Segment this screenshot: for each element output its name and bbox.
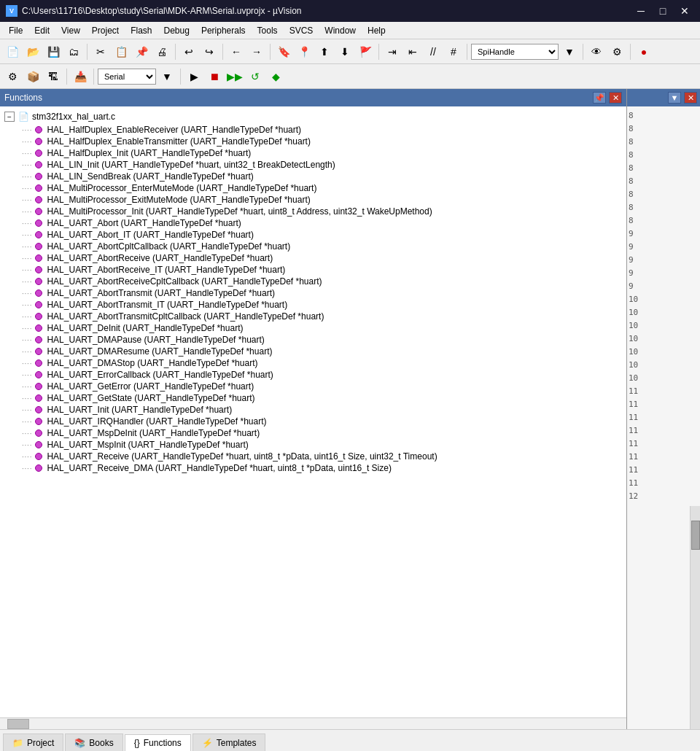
tree-item[interactable]: · · · ·HAL_UART_Receive_DMA (UART_Handle…: [0, 462, 626, 474]
collapse-icon[interactable]: −: [4, 112, 15, 122]
maximize-button[interactable]: □: [653, 4, 672, 18]
comment-button[interactable]: //: [424, 42, 443, 61]
serial-combo-down[interactable]: ▼: [158, 67, 176, 86]
redo-button[interactable]: ↪: [200, 42, 219, 61]
minimize-button[interactable]: ─: [631, 4, 650, 18]
view2-button[interactable]: ⚙: [607, 42, 626, 61]
cut-button[interactable]: ✂: [91, 42, 110, 61]
tree-item[interactable]: · · · ·HAL_MultiProcessor_EnterMuteMode …: [0, 182, 626, 194]
function-label: HAL_UART_AbortReceive_IT (UART_HandleTyp…: [47, 265, 285, 275]
tree-item[interactable]: · · · ·HAL_UART_DMAResume (UART_HandleTy…: [0, 346, 626, 357]
h-scroll-thumb[interactable]: [7, 719, 29, 729]
tree-item[interactable]: · · · ·HAL_HalfDuplex_Init (UART_HandleT…: [0, 147, 626, 159]
paste-button[interactable]: 📌: [132, 42, 151, 61]
panel-pin-button[interactable]: 📌: [593, 92, 606, 104]
tree-item[interactable]: · · · ·HAL_UART_Abort_IT (UART_HandleTyp…: [0, 229, 626, 241]
back-button[interactable]: ←: [227, 42, 246, 61]
build3-button[interactable]: 🏗: [44, 67, 63, 86]
bookmark5-button[interactable]: 🚩: [356, 42, 375, 61]
open-file-button[interactable]: 📂: [23, 42, 42, 61]
indent-button[interactable]: ⇥: [383, 42, 402, 61]
menu-item-file[interactable]: File: [3, 24, 28, 37]
right-panel-close[interactable]: ✕: [684, 92, 697, 104]
tree-item[interactable]: · · · ·HAL_UART_IRQHandler (UART_HandleT…: [0, 416, 626, 427]
tree-item[interactable]: · · · ·HAL_UART_ErrorCallback (UART_Hand…: [0, 369, 626, 381]
debug2-button[interactable]: ⏹: [205, 67, 224, 86]
tab-templates[interactable]: ⚡ Templates: [192, 734, 266, 751]
tree-item[interactable]: · · · ·HAL_UART_AbortTransmit_IT (UART_H…: [0, 299, 626, 311]
tree-item[interactable]: · · · ·HAL_UART_MspDeInit (UART_HandleTy…: [0, 427, 626, 439]
tab-functions[interactable]: {} Functions: [125, 734, 191, 751]
forward-button[interactable]: →: [247, 42, 266, 61]
tree-item[interactable]: · · · ·HAL_LIN_SendBreak (UART_HandleTyp…: [0, 171, 626, 182]
tree-item[interactable]: · · · ·HAL_HalfDuplex_EnableReceiver (UA…: [0, 124, 626, 136]
build1-button[interactable]: ⚙: [3, 67, 22, 86]
tree-area[interactable]: − 📄 stm32f1xx_hal_uart.c · · · ·HAL_Half…: [0, 106, 626, 717]
menu-item-help[interactable]: Help: [362, 24, 392, 37]
vertical-scrollbar[interactable]: [690, 506, 700, 729]
menu-item-debug[interactable]: Debug: [158, 24, 195, 37]
target-button[interactable]: ●: [634, 42, 653, 61]
menu-item-edit[interactable]: Edit: [28, 24, 55, 37]
tree-item[interactable]: · · · ·HAL_UART_AbortTransmitCpltCallbac…: [0, 311, 626, 322]
panel-close-button[interactable]: ✕: [609, 92, 622, 104]
tree-connector: · · · ·: [22, 243, 31, 251]
tree-item[interactable]: · · · ·HAL_UART_Receive (UART_HandleType…: [0, 451, 626, 462]
tree-item[interactable]: · · · ·HAL_UART_Abort (UART_HandleTypeDe…: [0, 217, 626, 229]
undo-button[interactable]: ↩: [179, 42, 198, 61]
tree-item[interactable]: · · · ·HAL_UART_AbortTransmit (UART_Hand…: [0, 287, 626, 299]
bookmark4-button[interactable]: ⬇: [335, 42, 354, 61]
save-button[interactable]: 💾: [44, 42, 63, 61]
tree-item[interactable]: · · · ·HAL_UART_Init (UART_HandleTypeDef…: [0, 404, 626, 416]
save-all-button[interactable]: 🗂: [64, 42, 83, 61]
menu-item-svcs[interactable]: SVCS: [284, 24, 319, 37]
tree-item[interactable]: · · · ·HAL_UART_DMAPause (UART_HandleTyp…: [0, 334, 626, 346]
tree-item[interactable]: · · · ·HAL_UART_GetError (UART_HandleTyp…: [0, 381, 626, 392]
tree-item[interactable]: · · · ·HAL_UART_GetState (UART_HandleTyp…: [0, 392, 626, 404]
tree-root-item[interactable]: − 📄 stm32f1xx_hal_uart.c: [0, 109, 626, 124]
menu-item-flash[interactable]: Flash: [125, 24, 158, 37]
bookmark3-button[interactable]: ⬆: [315, 42, 334, 61]
close-button[interactable]: ✕: [675, 4, 694, 18]
right-panel-btn1[interactable]: ▼: [668, 92, 681, 104]
tab-books[interactable]: 📚 Books: [65, 734, 122, 751]
menu-item-window[interactable]: Window: [319, 24, 362, 37]
uncomment-button[interactable]: #: [444, 42, 463, 61]
tree-item[interactable]: · · · ·HAL_UART_MspInit (UART_HandleType…: [0, 439, 626, 451]
v-scroll-thumb[interactable]: [691, 521, 700, 550]
serial-combo[interactable]: Serial: [98, 69, 156, 85]
tree-item[interactable]: · · · ·HAL_MultiProcessor_Init (UART_Han…: [0, 206, 626, 217]
function-dot-icon: [35, 313, 42, 320]
tree-item[interactable]: · · · ·HAL_UART_DeInit (UART_HandleTypeD…: [0, 322, 626, 334]
print-button[interactable]: 🖨: [152, 42, 171, 61]
menu-item-view[interactable]: View: [55, 24, 86, 37]
tree-item[interactable]: · · · ·HAL_UART_AbortReceive (UART_Handl…: [0, 252, 626, 264]
build2-button[interactable]: 📦: [23, 67, 42, 86]
debug1-button[interactable]: ▶: [184, 67, 203, 86]
tree-item[interactable]: · · · ·HAL_LIN_Init (UART_HandleTypeDef …: [0, 159, 626, 171]
tree-item[interactable]: · · · ·HAL_UART_AbortReceiveCpltCallback…: [0, 276, 626, 287]
menu-item-project[interactable]: Project: [86, 24, 125, 37]
menu-item-peripherals[interactable]: Peripherals: [195, 24, 252, 37]
tree-item[interactable]: · · · ·HAL_HalfDuplex_EnableTransmitter …: [0, 136, 626, 147]
unindent-button[interactable]: ⇤: [403, 42, 422, 61]
horizontal-scrollbar[interactable]: [0, 717, 626, 729]
bookmark1-button[interactable]: 🔖: [274, 42, 293, 61]
debug3-button[interactable]: ▶▶: [225, 67, 244, 86]
tree-item[interactable]: · · · ·HAL_UART_AbortCpltCallback (UART_…: [0, 241, 626, 252]
tab-project[interactable]: 📁 Project: [3, 734, 63, 751]
view1-button[interactable]: 👁: [587, 42, 606, 61]
download-button[interactable]: 📥: [71, 67, 90, 86]
bookmark2-button[interactable]: 📍: [295, 42, 314, 61]
tree-item[interactable]: · · · ·HAL_UART_DMAStop (UART_HandleType…: [0, 357, 626, 369]
menu-item-tools[interactable]: Tools: [252, 24, 284, 37]
tree-item[interactable]: · · · ·HAL_MultiProcessor_ExitMuteMode (…: [0, 194, 626, 206]
tree-item[interactable]: · · · ·HAL_UART_AbortReceive_IT (UART_Ha…: [0, 264, 626, 276]
spihandle-combo[interactable]: SpiHandle: [471, 44, 559, 60]
copy-button[interactable]: 📋: [112, 42, 131, 61]
debug5-button[interactable]: ◆: [266, 67, 285, 86]
tree-connector: · · · ·: [22, 231, 31, 239]
debug4-button[interactable]: ↺: [246, 67, 265, 86]
new-file-button[interactable]: 📄: [3, 42, 22, 61]
combo-down-btn[interactable]: ▼: [560, 42, 579, 61]
